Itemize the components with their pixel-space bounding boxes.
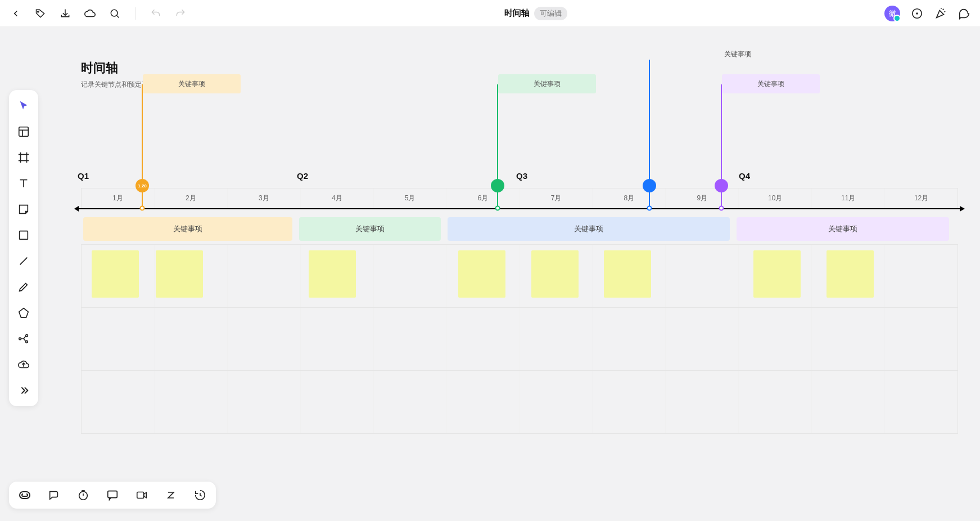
notes-cell[interactable] (228, 245, 301, 307)
sticky-note[interactable] (156, 250, 203, 298)
notes-cell[interactable] (228, 308, 301, 370)
svg-line-2 (116, 15, 119, 17)
month-cell: 8月 (593, 188, 666, 208)
notes-cell[interactable] (374, 245, 447, 307)
back-icon[interactable] (9, 7, 22, 20)
cloud-icon[interactable] (83, 7, 97, 20)
marker-flag[interactable]: 关键事项 (722, 74, 820, 93)
search-icon[interactable] (108, 7, 121, 20)
notes-cell[interactable] (885, 371, 958, 433)
notes-cell[interactable] (447, 308, 520, 370)
notes-cell[interactable] (82, 245, 155, 307)
marker-handle[interactable] (495, 206, 500, 211)
marker-handle[interactable] (719, 206, 724, 211)
notes-cell[interactable] (520, 371, 593, 433)
marker-flag[interactable]: 关键事项 (498, 74, 596, 93)
marker-dot[interactable] (643, 179, 656, 192)
notes-cell[interactable] (666, 308, 739, 370)
notes-cell[interactable] (301, 371, 374, 433)
tag-icon[interactable] (34, 7, 47, 20)
event-banner[interactable]: 关键事项 (83, 217, 292, 241)
comment-icon[interactable] (958, 7, 971, 20)
notes-cell[interactable] (447, 371, 520, 433)
month-cell: 12月 (885, 188, 958, 208)
svg-line-5 (943, 8, 944, 10)
sticky-note[interactable] (531, 250, 579, 298)
notes-cell[interactable] (520, 308, 593, 370)
month-cell: 5月 (374, 188, 447, 208)
quarter-q2: Q2 (297, 171, 308, 181)
notes-cell[interactable] (812, 371, 885, 433)
sticky-note[interactable] (458, 250, 505, 298)
sticky-note[interactable] (309, 250, 356, 298)
notes-cell[interactable] (374, 308, 447, 370)
notes-cell[interactable] (593, 371, 666, 433)
notes-cell[interactable] (301, 308, 374, 370)
notes-cell[interactable] (812, 308, 885, 370)
topbar-right: 微 (884, 6, 971, 21)
notes-cell[interactable] (155, 245, 228, 307)
notes-cell[interactable] (885, 245, 958, 307)
notes-cell[interactable] (593, 308, 666, 370)
notes-cell[interactable] (82, 371, 155, 433)
svg-point-1 (111, 10, 118, 16)
quarter-labels: Q1 Q2 Q3 Q4 (81, 165, 958, 188)
notes-cell[interactable] (374, 371, 447, 433)
notes-cell[interactable] (666, 245, 739, 307)
notes-cell[interactable] (885, 308, 958, 370)
notes-cell[interactable] (301, 245, 374, 307)
download-icon[interactable] (58, 7, 72, 20)
month-row: 1月 2月 3月 4月 5月 6月 7月 8月 9月 10月 11月 12月 (81, 188, 958, 208)
sticky-note[interactable] (92, 250, 139, 298)
marker-dot[interactable] (491, 179, 504, 192)
marker-dot[interactable] (715, 179, 728, 192)
notes-cell[interactable] (228, 371, 301, 433)
timeline[interactable]: Q1 Q2 Q3 Q4 1月 2月 3月 4月 5月 6月 7月 8月 9月 1… (81, 165, 958, 208)
topbar-left (9, 7, 187, 20)
marker-handle[interactable] (140, 206, 145, 211)
canvas[interactable]: 时间轴 记录关键节点和预定事件的时间顺序 Q1 Q2 Q3 Q4 1月 2月 3… (0, 27, 980, 521)
month-cell: 11月 (812, 188, 885, 208)
sticky-note[interactable] (827, 250, 874, 298)
notes-cell[interactable] (155, 371, 228, 433)
notes-cell[interactable] (155, 308, 228, 370)
marker-blue-label[interactable]: 关键事项 (724, 50, 751, 59)
notes-row (82, 370, 958, 433)
sticky-note[interactable] (753, 250, 801, 298)
marker-handle[interactable] (647, 206, 652, 211)
event-banner[interactable]: 关键事项 (448, 217, 730, 241)
svg-point-0 (38, 11, 39, 12)
divider (135, 7, 136, 20)
present-icon[interactable] (910, 7, 924, 20)
avatar[interactable]: 微 (884, 6, 900, 21)
event-banner[interactable]: 关键事项 (737, 217, 949, 241)
notes-cell[interactable] (739, 371, 812, 433)
notes-cell[interactable] (520, 245, 593, 307)
topbar-center: 时间轴 可编辑 (187, 7, 884, 20)
notes-cell[interactable] (82, 308, 155, 370)
doc-title[interactable]: 时间轴 (504, 8, 530, 19)
notes-cell[interactable] (812, 245, 885, 307)
notes-grid (81, 244, 958, 434)
confetti-icon[interactable] (934, 7, 947, 20)
sticky-note[interactable] (604, 250, 651, 298)
permission-badge[interactable]: 可编辑 (534, 7, 567, 20)
event-banner[interactable]: 关键事项 (299, 217, 441, 241)
month-cell: 4月 (301, 188, 374, 208)
undo-icon[interactable] (149, 7, 162, 20)
notes-cell[interactable] (666, 371, 739, 433)
quarter-q1: Q1 (78, 171, 89, 181)
svg-point-4 (916, 12, 918, 15)
notes-cell[interactable] (593, 245, 666, 307)
marker-dot-label: 1.20 (138, 183, 147, 188)
notes-cell[interactable] (447, 245, 520, 307)
notes-cell[interactable] (739, 308, 812, 370)
notes-row (82, 307, 958, 370)
svg-line-6 (944, 11, 945, 12)
marker-flag[interactable]: 关键事项 (143, 74, 241, 93)
redo-icon[interactable] (174, 7, 187, 20)
event-banner-row: 关键事项 关键事项 关键事项 关键事项 (81, 217, 958, 241)
month-cell: 3月 (228, 188, 301, 208)
month-cell: 2月 (155, 188, 228, 208)
notes-cell[interactable] (739, 245, 812, 307)
